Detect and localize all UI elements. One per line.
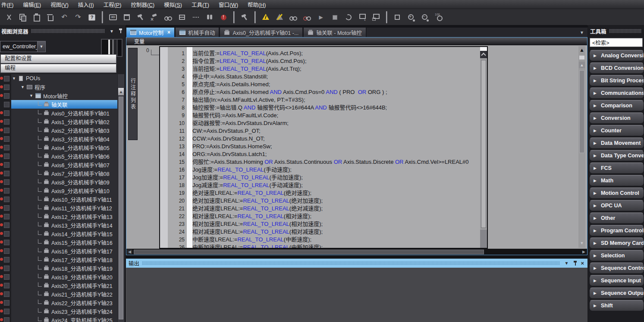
variable-check-button[interactable] bbox=[176, 12, 188, 23]
scrollbar-thumb[interactable] bbox=[579, 70, 584, 153]
code-vertical-scrollbar[interactable] bbox=[480, 47, 487, 248]
expand-arrow-icon[interactable]: ▶ bbox=[594, 66, 597, 70]
toolbox-category[interactable]: ▶Sequence Control bbox=[589, 263, 644, 274]
tree-item[interactable]: ▼程序 bbox=[0, 83, 117, 91]
scroll-up-icon[interactable]: ▲ bbox=[579, 62, 585, 68]
toolbox-category[interactable]: ▶Program Control bbox=[589, 225, 644, 236]
window-layout-button[interactable] bbox=[121, 12, 132, 23]
run-button[interactable] bbox=[315, 12, 327, 23]
tree-item[interactable]: Axis22_分选机械手Y轴23 bbox=[0, 298, 117, 307]
program-check-button[interactable] bbox=[163, 12, 174, 23]
search-button[interactable] bbox=[204, 12, 215, 23]
tree-item[interactable]: Axis0_分选机械手Y轴01 bbox=[0, 109, 117, 117]
toolbox-category[interactable]: ▶Communications bbox=[589, 88, 644, 99]
quick-build-button[interactable] bbox=[239, 12, 250, 23]
toolbox-category[interactable]: ▶Math bbox=[589, 175, 644, 186]
line-comment-list-tab[interactable]: 行注释列表 bbox=[128, 48, 138, 140]
toolbox-category[interactable]: ▶Motion Control bbox=[589, 188, 644, 199]
expand-arrow-icon[interactable]: ▶ bbox=[594, 203, 597, 208]
menu-item-i[interactable]: 插入(I) bbox=[73, 0, 99, 9]
scrollbar-thumb[interactable] bbox=[119, 97, 123, 319]
tree-item[interactable]: Axis20_分选机械手Y轴21 bbox=[0, 281, 117, 290]
scroll-left-icon[interactable]: ◀ bbox=[127, 249, 132, 254]
download-button[interactable] bbox=[357, 12, 368, 23]
tree-item[interactable]: Axis3_分选机械手Y轴04 bbox=[0, 134, 117, 143]
jump-button[interactable] bbox=[190, 12, 201, 23]
cut-button[interactable] bbox=[3, 12, 15, 23]
scrollbar-thumb[interactable] bbox=[134, 250, 484, 254]
tree-item[interactable]: Axis11_分选机械手Y轴12 bbox=[0, 203, 117, 212]
expand-arrow-icon[interactable]: ▶ bbox=[594, 116, 597, 120]
toolbox-category[interactable]: ▶Comparison bbox=[589, 100, 644, 111]
fit-zoom-button[interactable] bbox=[392, 12, 403, 23]
chevron-down-icon[interactable]: ▼ bbox=[37, 41, 45, 52]
toolbox-category[interactable]: ▶OPC UA bbox=[589, 200, 644, 211]
tree-item[interactable]: 轴关联 bbox=[0, 100, 117, 109]
document-tab[interactable]: Axis0_分选机械手Y轴01 -... bbox=[220, 27, 303, 37]
tree-item[interactable]: Axis19_分选机械手Y轴20 bbox=[0, 272, 117, 281]
section-configuration[interactable]: 配置和设置 bbox=[0, 54, 116, 63]
tree-item[interactable]: Axis14_分选机械手Y轴15 bbox=[0, 229, 117, 238]
menu-item-v[interactable]: 视图(V) bbox=[46, 0, 73, 9]
toolbox-category[interactable]: ▶SD Memory Card bbox=[589, 238, 644, 249]
scroll-down-icon[interactable]: ▼ bbox=[579, 240, 585, 246]
tree-item[interactable]: Axis24_变轨机械手Y轴25 bbox=[0, 316, 117, 322]
tree-item[interactable]: ▼Motor轴控 bbox=[0, 91, 117, 100]
expand-arrow-icon[interactable]: ▶ bbox=[594, 178, 597, 183]
menu-item-f[interactable]: 件(F) bbox=[0, 0, 18, 9]
toolbox-search-input[interactable]: <检索> bbox=[590, 38, 643, 47]
zoom-out-button[interactable] bbox=[419, 12, 430, 23]
chevron-down-icon[interactable]: ▼ bbox=[110, 29, 114, 34]
scroll-right-icon[interactable]: ▶ bbox=[581, 249, 587, 254]
monitor-button[interactable] bbox=[288, 12, 299, 23]
toolbox-category[interactable]: ▶Selection bbox=[589, 250, 644, 261]
toolbox-category[interactable]: ▶Shift bbox=[589, 300, 644, 311]
tree-item[interactable]: Axis10_分选机械手Y轴11 bbox=[0, 195, 117, 203]
expand-arrow-icon[interactable]: ▶ bbox=[594, 78, 597, 83]
stop-button[interactable] bbox=[329, 12, 340, 23]
toolbox-category[interactable]: ▶Bit String Processing bbox=[589, 75, 644, 86]
help-button[interactable] bbox=[86, 12, 97, 23]
tree-item[interactable]: Axis17_分选机械手Y轴18 bbox=[0, 255, 117, 264]
tree-item[interactable]: ▼POUs bbox=[0, 74, 117, 83]
tree-item[interactable]: Axis21_分选机械手Y轴22 bbox=[0, 290, 117, 298]
menu-item-c[interactable]: 控制器(C) bbox=[126, 0, 159, 9]
expand-arrow-icon[interactable]: ▶ bbox=[594, 128, 597, 133]
expand-arrow-icon[interactable]: ▶ bbox=[594, 53, 597, 58]
expand-arrow-icon[interactable]: ▶ bbox=[594, 103, 597, 108]
tree-item[interactable]: Axis15_分选机械手Y轴16 bbox=[0, 238, 117, 247]
expand-arrow-icon[interactable]: ▶ bbox=[594, 153, 597, 158]
toolbox-category[interactable]: ▶Sequence Input bbox=[589, 275, 644, 286]
expand-arrow-icon[interactable]: ▶ bbox=[594, 291, 597, 295]
tab-list-dropdown-icon[interactable]: ▼ bbox=[580, 30, 587, 35]
tree-item[interactable]: Axis1_分选机械手Y轴02 bbox=[0, 117, 117, 126]
toolbox-category[interactable]: ▶Data Movement bbox=[589, 138, 644, 149]
expand-arrow-icon[interactable]: ▶ bbox=[594, 141, 597, 145]
scroll-up-icon[interactable]: ▲ bbox=[118, 88, 124, 95]
paste-button[interactable] bbox=[31, 12, 42, 23]
copy-button[interactable] bbox=[17, 12, 28, 23]
tree-item[interactable]: Axis18_分选机械手Y轴19 bbox=[0, 264, 117, 272]
variables-bar[interactable]: 变量 bbox=[126, 38, 587, 45]
tree-item[interactable]: Axis8_分选机械手Y轴09 bbox=[0, 178, 117, 186]
online-warning-button[interactable] bbox=[260, 12, 271, 23]
tree-item[interactable]: Axis12_分选机械手Y轴13 bbox=[0, 212, 117, 221]
expand-arrow-icon[interactable]: ▶ bbox=[594, 91, 597, 95]
build-button[interactable] bbox=[135, 12, 146, 23]
splitter-arrow-icon[interactable]: ▲ bbox=[578, 46, 585, 54]
expand-arrow-icon[interactable]: ▶ bbox=[594, 228, 597, 233]
tree-item[interactable]: Axis13_分选机械手Y轴14 bbox=[0, 221, 117, 229]
expand-arrow-icon[interactable]: ▶ bbox=[594, 266, 597, 270]
menu-item-t[interactable]: 工具(T) bbox=[187, 0, 214, 9]
scroll-up-icon[interactable] bbox=[480, 51, 487, 58]
pin-icon[interactable] bbox=[573, 261, 577, 266]
expand-arrow-icon[interactable]: ▼ bbox=[21, 85, 25, 89]
editor-vertical-scrollbar[interactable]: ▲ ▲ ▼ bbox=[578, 46, 585, 248]
rebuild-button[interactable] bbox=[149, 12, 160, 23]
code-block[interactable]: 1234567891011121314151617181920212223242… bbox=[159, 46, 488, 249]
monitor-stop-button[interactable] bbox=[302, 12, 313, 23]
code-text[interactable]: 当前位置:=LREAL_TO_REAL(Axis.Act.Pos);指令位置:=… bbox=[192, 47, 480, 248]
zoom-in-button[interactable] bbox=[405, 12, 417, 23]
controller-selector[interactable]: ew_Controller_0 ▼ bbox=[0, 41, 46, 52]
tree-item[interactable]: Axis9_分选机械手Y轴10 bbox=[0, 186, 117, 195]
